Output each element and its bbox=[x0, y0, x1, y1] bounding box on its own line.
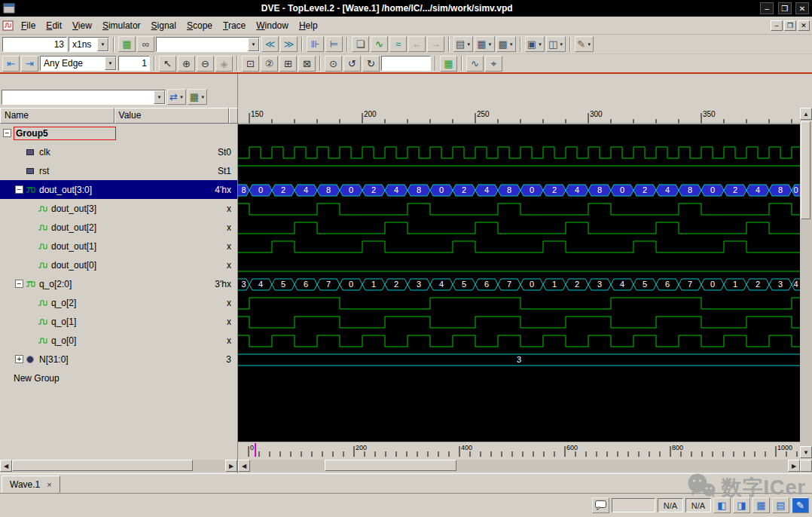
zoom-full-icon[interactable]: ⊠ bbox=[298, 56, 316, 72]
wave-vscroll-track[interactable] bbox=[800, 120, 812, 446]
signal-row-rst[interactable]: rstSt1 bbox=[0, 161, 237, 180]
mdi-minimize-button[interactable]: – bbox=[771, 20, 783, 31]
chevron-down-icon[interactable]: ▼ bbox=[538, 42, 542, 47]
prev-edge-icon[interactable]: ⇤ bbox=[2, 56, 20, 72]
zoom-cursor-icon[interactable]: ⊞ bbox=[279, 56, 297, 72]
scroll-right-icon[interactable]: ▶ bbox=[225, 460, 237, 472]
tree-hscroll-track[interactable] bbox=[12, 460, 225, 472]
source-window-icon[interactable]: ▣▼ bbox=[525, 36, 545, 52]
goto-time-input[interactable] bbox=[381, 56, 431, 71]
waveform-canvas[interactable]: 1502002503003508024802480248024802480248… bbox=[238, 108, 800, 442]
scrollbar-thumb[interactable] bbox=[325, 460, 456, 471]
scroll-down-icon[interactable]: ▼ bbox=[800, 446, 812, 458]
zoom-in-icon[interactable]: ⊕ bbox=[178, 56, 195, 72]
chevron-down-icon[interactable]: ▼ bbox=[509, 42, 514, 47]
group-mode-button[interactable]: ▦▼ bbox=[188, 89, 207, 105]
signal-row-dout-out-2-[interactable]: dout_out[2]x bbox=[0, 218, 237, 237]
annotate-window-icon[interactable]: ✎▼ bbox=[575, 36, 594, 52]
wave-hscrollbar[interactable]: ◀ ▶ bbox=[238, 460, 812, 472]
chevron-down-icon[interactable]: ▼ bbox=[97, 38, 108, 51]
chevron-down-icon[interactable]: ▼ bbox=[248, 38, 259, 51]
zoom-region-icon[interactable]: ⊡ bbox=[242, 56, 259, 72]
pan-icon[interactable]: ◈ bbox=[215, 56, 233, 72]
search-backward-icon[interactable]: ≪ bbox=[261, 36, 279, 52]
menu-signal[interactable]: Signal bbox=[146, 18, 182, 33]
signal-row-q-o-1-[interactable]: q_o[1]x bbox=[0, 312, 237, 331]
menu-file[interactable]: File bbox=[16, 18, 41, 33]
signal-row-dout-out-0-[interactable]: dout_out[0]x bbox=[0, 255, 237, 274]
find-binoculars-icon[interactable]: ∞ bbox=[137, 36, 154, 52]
wave-hscroll-track[interactable] bbox=[250, 460, 788, 472]
chevron-down-icon[interactable]: ▼ bbox=[154, 90, 165, 104]
compare-wave-icon[interactable]: ≈ bbox=[389, 36, 407, 52]
menu-help[interactable]: Help bbox=[294, 18, 323, 33]
tab-close-icon[interactable]: × bbox=[47, 480, 51, 489]
signal-row-dout-out-3-[interactable]: dout_out[3]x bbox=[0, 199, 237, 218]
search-forward-icon[interactable]: ≫ bbox=[280, 36, 298, 52]
menu-window[interactable]: Window bbox=[251, 18, 294, 33]
recursive-add-button[interactable]: ⇄▼ bbox=[167, 89, 186, 105]
value-column-header[interactable]: Value bbox=[114, 108, 229, 124]
mdi-restore-button[interactable]: ❐ bbox=[784, 20, 796, 31]
tab-wave1[interactable]: Wave.1 × bbox=[2, 476, 60, 493]
menu-simulator[interactable]: Simulator bbox=[97, 18, 146, 33]
minimize-button[interactable]: – bbox=[760, 2, 774, 14]
wave-vscrollbar[interactable]: ▲ ▼ bbox=[800, 108, 812, 458]
signal-row-group5[interactable]: −Group5 bbox=[0, 124, 237, 142]
expand-box-icon[interactable]: + bbox=[15, 355, 23, 363]
edit-mode-icon[interactable]: ✎ bbox=[792, 497, 809, 513]
signal-row-dout-out-1-[interactable]: dout_out[1]x bbox=[0, 237, 237, 255]
menu-edit[interactable]: Edit bbox=[41, 18, 67, 33]
redo-zoom-icon[interactable]: ↻ bbox=[362, 56, 380, 72]
signal-row-q-o-0-[interactable]: q_o[0]x bbox=[0, 331, 237, 350]
chevron-down-icon[interactable]: ▼ bbox=[200, 95, 205, 99]
signal-row-new-group[interactable]: New Group bbox=[0, 369, 237, 387]
waveform-area[interactable]: 1502002503003508024802480248024802480248… bbox=[238, 108, 800, 442]
pointer-mode-icon[interactable]: ↖ bbox=[159, 56, 176, 72]
console-pane-icon[interactable]: ◧ bbox=[713, 497, 731, 513]
target-icon[interactable]: ⌖ bbox=[485, 56, 502, 72]
scrollbar-thumb[interactable] bbox=[12, 460, 193, 471]
session-grid-icon[interactable]: ▦ bbox=[118, 36, 136, 52]
signal-row-dout-out-3-0-[interactable]: −dout_out[3:0]4'hx bbox=[0, 180, 237, 199]
chevron-down-icon[interactable]: ▼ bbox=[587, 42, 591, 47]
overview-ruler[interactable]: 02004006008001000 bbox=[238, 442, 800, 458]
collapse-box-icon[interactable]: − bbox=[3, 129, 11, 137]
time-unit-select[interactable]: x1ns▼ bbox=[69, 37, 109, 52]
message-log-icon[interactable] bbox=[592, 497, 609, 513]
search-signal-combo[interactable]: ▼ bbox=[156, 37, 260, 52]
forward-icon[interactable]: → bbox=[427, 36, 444, 52]
chevron-down-icon[interactable]: ▼ bbox=[466, 42, 471, 47]
grid-icon[interactable]: ▦ bbox=[440, 56, 457, 72]
menu-trace[interactable]: Trace bbox=[218, 18, 251, 33]
collapse-box-icon[interactable]: − bbox=[15, 280, 23, 288]
close-button[interactable]: ✕ bbox=[795, 2, 809, 14]
back-icon[interactable]: ← bbox=[408, 36, 426, 52]
menu-view[interactable]: View bbox=[67, 18, 97, 33]
path-window-icon[interactable]: ▩▼ bbox=[496, 36, 516, 52]
add-bus-icon[interactable]: ⊪ bbox=[307, 36, 324, 52]
signal-filter-combo[interactable]: ▼ bbox=[2, 90, 166, 105]
scrollbar-thumb[interactable] bbox=[801, 121, 810, 219]
collapse-box-icon[interactable]: − bbox=[15, 185, 23, 194]
chevron-down-icon[interactable]: ▼ bbox=[488, 42, 493, 47]
chevron-down-icon[interactable]: ▼ bbox=[179, 95, 184, 99]
new-wave-view-icon[interactable]: ❏ bbox=[352, 36, 369, 52]
signal-row-q-o-2-[interactable]: q_o[2]x bbox=[0, 293, 237, 312]
overview-ruler-canvas[interactable]: 02004006008001000 bbox=[238, 442, 800, 458]
signal-row-clk[interactable]: clkSt0 bbox=[0, 142, 237, 161]
edge-type-select[interactable]: Any Edge▼ bbox=[40, 56, 117, 71]
scroll-left-icon[interactable]: ◀ bbox=[0, 460, 12, 472]
scroll-left-icon[interactable]: ◀ bbox=[238, 460, 250, 472]
next-edge-icon[interactable]: ⇥ bbox=[21, 56, 38, 72]
scroll-up-icon[interactable]: ▲ bbox=[800, 108, 812, 120]
list-window-icon[interactable]: ▤▼ bbox=[453, 36, 473, 52]
insert-signal-icon[interactable]: ∿ bbox=[371, 36, 388, 52]
maximize-button[interactable]: ❐ bbox=[778, 2, 792, 14]
zoom-out-icon[interactable]: ⊖ bbox=[197, 56, 214, 72]
edge-count-input[interactable] bbox=[118, 56, 150, 71]
center-cursor-icon[interactable]: ⊙ bbox=[325, 56, 342, 72]
add-expression-icon[interactable]: ⊨ bbox=[325, 36, 343, 52]
testbench-pane-icon[interactable]: ▦ bbox=[752, 497, 770, 513]
zoom-fit-icon[interactable]: ② bbox=[261, 56, 278, 72]
